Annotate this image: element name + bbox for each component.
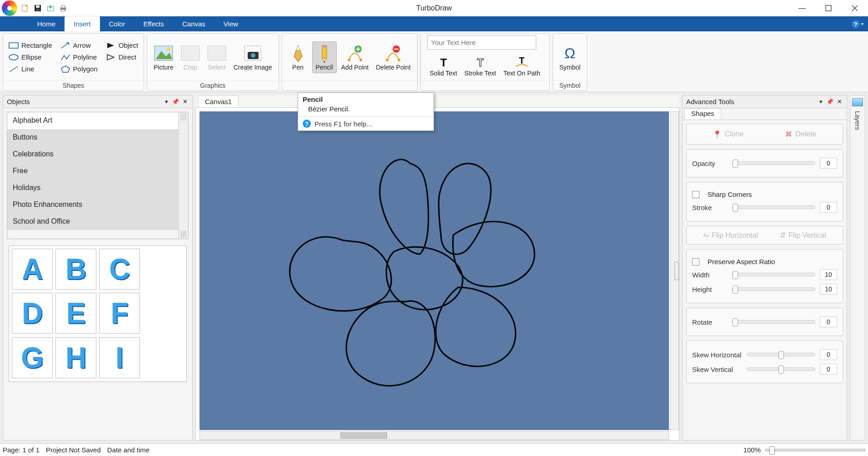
tool-solid-text[interactable]: TSolid Text bbox=[427, 54, 460, 79]
maximize-button[interactable] bbox=[815, 0, 842, 16]
thumbnail-item[interactable]: E bbox=[55, 293, 96, 334]
rotate-value[interactable]: 0 bbox=[820, 316, 837, 327]
svg-text:T: T bbox=[477, 56, 484, 69]
advanced-tab-shapes[interactable]: Shapes bbox=[684, 108, 721, 120]
text-input[interactable] bbox=[427, 35, 536, 50]
opacity-slider[interactable] bbox=[732, 161, 815, 165]
category-item[interactable]: Free bbox=[7, 163, 178, 180]
tab-insert[interactable]: Insert bbox=[65, 16, 100, 31]
category-item[interactable]: Photo Enhancements bbox=[7, 196, 178, 213]
save-icon[interactable] bbox=[33, 3, 43, 13]
tab-view[interactable]: View bbox=[215, 16, 247, 31]
shape-object[interactable]: Object bbox=[104, 40, 140, 51]
shape-direct[interactable]: Direct bbox=[104, 52, 140, 63]
thumbnail-item[interactable]: D bbox=[12, 293, 53, 334]
panel-dropdown-icon[interactable]: ▾ bbox=[818, 98, 823, 105]
tool-symbol[interactable]: ΩSymbol bbox=[557, 42, 584, 73]
panel-pin-icon[interactable]: 📌 bbox=[171, 98, 180, 105]
group-graphics: Picture Crop Select Create Image Graphic… bbox=[147, 33, 279, 91]
category-item[interactable]: Celebrations bbox=[7, 146, 178, 163]
skew-v-value[interactable]: 0 bbox=[820, 364, 837, 375]
category-scrollbar[interactable] bbox=[178, 112, 188, 239]
shape-polyline[interactable]: Polyline bbox=[59, 52, 100, 63]
tool-picture[interactable]: Picture bbox=[151, 42, 176, 73]
skew-v-slider[interactable] bbox=[747, 367, 815, 371]
skew-h-value[interactable]: 0 bbox=[820, 349, 837, 360]
thumbnail-item[interactable]: A bbox=[12, 249, 53, 290]
svg-line-16 bbox=[10, 66, 18, 72]
panel-pin-icon[interactable]: 📌 bbox=[825, 98, 834, 105]
shape-ellipse[interactable]: Ellipse bbox=[7, 52, 54, 63]
shape-rectangle[interactable]: Rectangle bbox=[7, 40, 54, 51]
import-icon[interactable] bbox=[45, 3, 55, 13]
group-label: Shapes bbox=[3, 80, 144, 90]
tool-label: Solid Text bbox=[430, 70, 457, 77]
panel-close-icon[interactable]: ✕ bbox=[182, 98, 189, 105]
height-slider[interactable] bbox=[732, 287, 815, 291]
print-icon[interactable] bbox=[58, 3, 68, 13]
zoom-slider[interactable] bbox=[765, 449, 865, 451]
shape-line[interactable]: Line bbox=[7, 64, 54, 75]
category-item[interactable]: Holidays bbox=[7, 180, 178, 196]
svg-text:T: T bbox=[519, 55, 524, 65]
tool-pencil[interactable]: Pencil bbox=[312, 41, 337, 73]
flip-h-icon: ⇋ bbox=[703, 231, 709, 240]
skew-h-slider[interactable] bbox=[747, 353, 815, 356]
height-value[interactable]: 10 bbox=[820, 284, 837, 295]
category-item[interactable]: Alphabet Art bbox=[7, 112, 178, 129]
help-button[interactable]: ?▾ bbox=[851, 16, 863, 31]
category-item[interactable]: Buttons bbox=[7, 129, 178, 146]
drawing-surface[interactable] bbox=[200, 111, 669, 430]
thumbnail-item[interactable]: B bbox=[55, 249, 96, 290]
thumbnail-item[interactable]: I bbox=[99, 337, 140, 378]
tool-pen[interactable]: Pen bbox=[286, 42, 310, 73]
new-file-icon[interactable] bbox=[20, 3, 30, 13]
tool-label: Select bbox=[208, 64, 225, 71]
stroke-slider[interactable] bbox=[732, 205, 815, 209]
layers-side-tab[interactable]: Layers bbox=[850, 95, 865, 441]
canvas-vertical-scrollbar[interactable] bbox=[670, 111, 679, 430]
rotate-slider[interactable] bbox=[732, 320, 815, 324]
panel-dropdown-icon[interactable]: ▾ bbox=[164, 98, 169, 105]
shape-label: Object bbox=[119, 41, 138, 49]
tool-label: Symbol bbox=[559, 64, 581, 71]
app-logo-icon bbox=[2, 0, 17, 16]
thumbnail-item[interactable]: F bbox=[99, 293, 140, 334]
tab-home[interactable]: Home bbox=[28, 16, 65, 31]
sharp-corners-checkbox[interactable] bbox=[692, 191, 699, 198]
svg-rect-21 bbox=[181, 46, 200, 60]
svg-text:T: T bbox=[440, 56, 447, 69]
width-slider[interactable] bbox=[732, 273, 815, 276]
stroke-value[interactable]: 0 bbox=[820, 202, 837, 213]
thumbnail-item[interactable]: H bbox=[55, 337, 96, 378]
canvas-horizontal-scrollbar[interactable] bbox=[200, 431, 669, 440]
tool-label: Text On Path bbox=[504, 70, 540, 77]
tab-canvas[interactable]: Canvas bbox=[173, 16, 215, 31]
tool-label: Picture bbox=[154, 64, 174, 71]
category-item[interactable]: School and Office bbox=[7, 213, 178, 230]
panel-close-icon[interactable]: ✕ bbox=[836, 98, 843, 105]
minimize-button[interactable]: — bbox=[789, 0, 815, 16]
tool-stroke-text[interactable]: TStroke Text bbox=[462, 54, 499, 79]
shape-label: Direct bbox=[119, 53, 136, 61]
shape-polygon[interactable]: Polygon bbox=[59, 64, 100, 75]
opacity-value[interactable]: 0 bbox=[820, 158, 837, 169]
flip-v-label: Flip Vertical bbox=[788, 231, 826, 240]
tab-effects[interactable]: Effects bbox=[134, 16, 173, 31]
shape-arrow[interactable]: Arrow bbox=[59, 40, 100, 51]
tool-create-image[interactable]: Create Image bbox=[231, 42, 275, 73]
thumbnail-item[interactable]: C bbox=[99, 249, 140, 290]
preserve-aspect-checkbox[interactable] bbox=[692, 258, 699, 266]
width-value[interactable]: 10 bbox=[820, 269, 837, 280]
tool-delete-point[interactable]: Delete Point bbox=[373, 42, 413, 73]
thumbnail-item[interactable]: G bbox=[12, 337, 53, 378]
canvas-area[interactable] bbox=[195, 108, 679, 441]
skew-v-label: Skew Vertical bbox=[692, 366, 742, 373]
tab-color[interactable]: Color bbox=[100, 16, 135, 31]
svg-rect-8 bbox=[61, 10, 65, 11]
tool-text-on-path[interactable]: TText On Path bbox=[501, 54, 543, 79]
svg-rect-31 bbox=[322, 45, 327, 47]
canvas-tab[interactable]: Canvas1 bbox=[198, 95, 239, 107]
tool-add-point[interactable]: Add Point bbox=[339, 42, 372, 73]
close-button[interactable] bbox=[842, 0, 868, 16]
